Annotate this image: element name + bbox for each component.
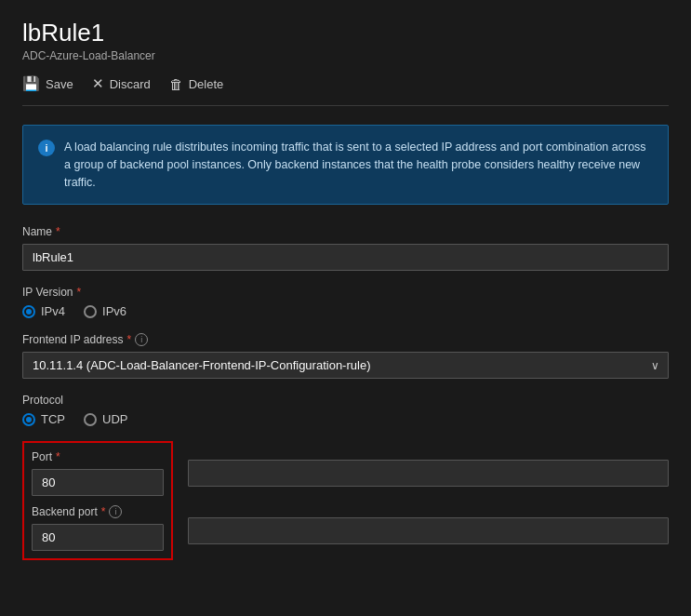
- name-field-group: Name *: [22, 225, 669, 271]
- protocol-field-group: Protocol TCP UDP: [22, 394, 669, 426]
- port-field-group: Port *: [32, 450, 164, 496]
- page-container: lbRule1 ADC-Azure-Load-Balancer 💾 Save ✕…: [0, 0, 691, 583]
- backend-port-input[interactable]: [32, 524, 164, 551]
- protocol-label: Protocol: [22, 394, 669, 407]
- ipv4-label: IPv4: [41, 304, 65, 318]
- page-subtitle: ADC-Azure-Load-Balancer: [22, 49, 669, 62]
- name-label: Name *: [22, 225, 669, 238]
- delete-button[interactable]: 🗑 Delete: [169, 76, 224, 92]
- ipv4-radio-btn[interactable]: [22, 305, 35, 318]
- port-right-field: Port *: [188, 441, 669, 487]
- backend-port-right-field: Backend port * ⓘ: [188, 496, 669, 544]
- tcp-radio-btn[interactable]: [22, 413, 35, 426]
- port-right-col: Port * Backend port * ⓘ: [188, 441, 669, 544]
- udp-label: UDP: [102, 412, 127, 426]
- toolbar: 💾 Save ✕ Discard 🗑 Delete: [22, 75, 669, 106]
- save-button[interactable]: 💾 Save: [22, 75, 73, 92]
- info-banner: i A load balancing rule distributes inco…: [22, 125, 669, 205]
- ip-version-radio-group: IPv4 IPv6: [22, 304, 669, 318]
- port-label: Port *: [32, 450, 164, 463]
- discard-button[interactable]: ✕ Discard: [92, 75, 151, 92]
- ip-version-required: *: [76, 286, 81, 299]
- port-highlight-box: Port * Backend port * i: [22, 441, 173, 560]
- delete-label: Delete: [189, 77, 224, 91]
- port-row: Port * Backend port * i: [22, 441, 669, 560]
- protocol-radio-group: TCP UDP: [22, 412, 669, 426]
- udp-radio-btn[interactable]: [84, 413, 97, 426]
- info-text: A load balancing rule distributes incomi…: [64, 139, 653, 191]
- port-input[interactable]: [32, 469, 164, 496]
- backend-port-field-group: Backend port * i: [32, 505, 164, 551]
- ipv6-radio[interactable]: IPv6: [84, 304, 126, 318]
- ipv6-radio-btn[interactable]: [84, 305, 97, 318]
- delete-icon: 🗑: [169, 76, 183, 92]
- frontend-ip-field-group: Frontend IP address * i 10.11.1.4 (ADC-L…: [22, 333, 669, 379]
- ip-version-label: IP Version *: [22, 286, 669, 299]
- frontend-ip-select[interactable]: 10.11.1.4 (ADC-Load-Balancer-Frontend-IP…: [22, 352, 669, 379]
- frontend-ip-required: *: [127, 333, 132, 346]
- page-title: lbRule1: [22, 19, 669, 47]
- tcp-radio[interactable]: TCP: [22, 412, 65, 426]
- port-required: *: [56, 450, 60, 463]
- frontend-ip-select-wrapper: 10.11.1.4 (ADC-Load-Balancer-Frontend-IP…: [22, 352, 669, 379]
- backend-port-required: *: [101, 505, 106, 518]
- frontend-ip-info-icon[interactable]: i: [135, 333, 148, 346]
- port-right-input[interactable]: [188, 460, 669, 487]
- save-label: Save: [46, 77, 73, 91]
- ipv4-radio[interactable]: IPv4: [22, 304, 65, 318]
- backend-port-label: Backend port * i: [32, 505, 164, 518]
- backend-port-info-icon[interactable]: i: [109, 505, 122, 518]
- ipv6-label: IPv6: [102, 304, 126, 318]
- discard-icon: ✕: [92, 75, 104, 92]
- frontend-ip-label: Frontend IP address * i: [22, 333, 669, 346]
- tcp-label: TCP: [41, 412, 65, 426]
- name-input[interactable]: [22, 244, 669, 271]
- save-icon: 💾: [22, 75, 40, 92]
- backend-port-right-input[interactable]: [188, 517, 669, 544]
- discard-label: Discard: [110, 77, 151, 91]
- info-icon: i: [38, 140, 55, 156]
- form-section: Name * IP Version * IPv4 IPv6: [22, 225, 669, 560]
- page-header: lbRule1 ADC-Azure-Load-Balancer: [22, 19, 669, 62]
- ip-version-field-group: IP Version * IPv4 IPv6: [22, 286, 669, 318]
- udp-radio[interactable]: UDP: [84, 412, 127, 426]
- name-required: *: [56, 225, 60, 238]
